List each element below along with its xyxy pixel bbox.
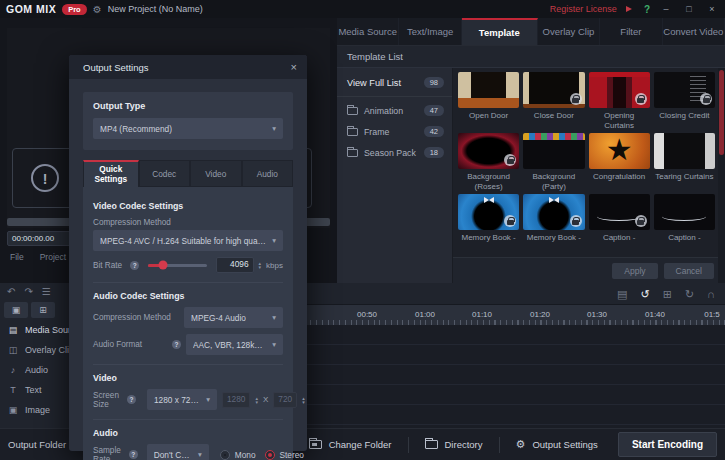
bitrate-value[interactable]: 4096 [216,257,254,273]
tab-overlay-clip[interactable]: Overlay Clip [538,18,600,45]
tab-filter[interactable]: Filter [600,18,662,45]
snap-icon[interactable]: ∩ [707,288,715,300]
output-type-select[interactable]: MP4 (Recommend) ▾ [93,118,283,139]
tab-codec[interactable]: Codec [139,160,191,187]
template-item[interactable]: Caption - [589,194,650,252]
minimize-button[interactable]: – [659,4,673,14]
tab-video[interactable]: Video [190,160,242,187]
template-thumbnail [523,194,584,230]
project-tab[interactable]: Project [40,252,66,262]
megaphone-icon[interactable] [626,6,635,12]
screen-size-select[interactable]: 1280 x 720 (... ▾ [147,389,217,410]
folder-icon [347,107,358,115]
bitrate-label: Bit Rate [93,261,122,270]
help-circle-icon[interactable]: ? [130,261,139,270]
timecode-display: 00:00:00.00 [7,231,77,246]
scrollbar-thumb[interactable] [719,70,724,155]
close-button[interactable]: × [705,4,719,14]
tab-audio[interactable]: Audio [242,160,294,187]
template-item[interactable]: Opening Curtains [589,72,650,130]
mono-radio[interactable] [220,450,230,460]
template-thumbnail [458,72,519,108]
chevron-down-icon: ▾ [201,395,210,404]
bitrate-unit: kbps [266,261,283,270]
template-categories: View Full List 98 Animation 47 Frame 42 … [337,68,453,283]
tab-template[interactable]: Template [462,18,538,45]
undo-rotate-icon[interactable]: ↺ [640,288,649,301]
lock-icon [504,215,516,227]
video-compression-select[interactable]: MPEG-4 AVC / H.264 Suitable for high qua… [93,230,283,251]
dialog-title: Output Settings [83,62,148,73]
redo-icon[interactable]: ↷ [24,286,32,297]
template-item[interactable]: Tearing Curtains [654,133,715,191]
audio-compression-select[interactable]: MPEG-4 Audio ▾ [184,307,283,328]
bitrate-stepper[interactable]: ▴▾ [259,261,262,269]
tab-convert-video[interactable]: Convert Video [663,18,725,45]
maximize-button[interactable]: □ [682,4,696,14]
template-thumbnail [654,72,715,108]
template-thumbnail [523,72,584,108]
dialog-close-icon[interactable]: × [291,61,297,73]
help-circle-icon[interactable]: ? [129,450,138,459]
template-grid: Open Door Close Door Opening Curtains Cl… [453,68,725,283]
slider-knob[interactable] [158,261,167,270]
dialog-tabbar: Quick Settings Codec Video Audio [83,160,293,187]
output-folder-label: Output Folder [8,439,66,450]
menu-icon[interactable]: ☰ [42,286,51,297]
start-encoding-button[interactable]: Start Encoding [618,432,717,457]
template-item[interactable]: Background (Roses) [458,133,519,191]
chevron-down-icon: ▾ [267,124,276,133]
template-item[interactable]: ★ Congratulation [589,133,650,191]
stereo-label: Stereo [280,450,304,460]
tab-quick-settings[interactable]: Quick Settings [83,160,139,187]
help-circle-icon[interactable]: ? [172,340,181,349]
add-media-button[interactable]: ▣ [4,302,28,318]
folder-icon [347,149,358,157]
sample-rate-select[interactable]: Don't Chan... ▾ [147,444,209,460]
template-scrollbar[interactable] [718,68,725,283]
change-folder-button[interactable]: Change Folder [293,437,408,453]
file-tab[interactable]: File [10,252,24,262]
template-item[interactable]: Open Door [458,72,519,130]
register-license-link[interactable]: Register License [550,4,617,14]
template-item[interactable]: Closing Credit [654,72,715,130]
directory-button[interactable]: Directory [408,437,499,453]
tab-media-source[interactable]: Media Source [337,18,399,45]
ruler-label: 00:50 [357,310,377,319]
category-frame[interactable]: Frame 42 [337,121,452,142]
media-track-icon: ▤ [7,325,19,335]
template-item[interactable]: Background (Party) [523,133,584,191]
stereo-radio[interactable] [265,450,275,460]
settings-gear-icon[interactable]: ⚙ [93,4,102,15]
add-frame-icon[interactable]: ⊞ [663,288,672,301]
help-icon[interactable]: ? [644,4,650,15]
apply-button[interactable]: Apply [612,263,657,279]
help-circle-icon[interactable]: ? [127,395,136,404]
template-list-header: Template List [337,46,725,68]
quick-settings-content: Video Codec Settings Compression Method … [83,187,293,460]
undo-icon[interactable]: ↶ [7,286,15,297]
audio-format-select[interactable]: AAC, VBR, 128kbps, Quality 30 ▾ [186,334,283,355]
category-view-full-list[interactable]: View Full List 98 [337,72,452,93]
template-item[interactable]: Memory Book - [523,194,584,252]
add-clip-button[interactable]: ⊞ [31,302,55,318]
lock-icon [570,93,582,105]
output-settings-button[interactable]: ⚙ Output Settings [499,437,614,453]
height-field: 720 [273,392,297,408]
category-season-pack[interactable]: Season Pack 18 [337,142,452,163]
bitrate-slider[interactable] [148,264,206,267]
chevron-down-icon: ▾ [193,450,202,459]
tab-text-image[interactable]: Text/Image [399,18,461,45]
template-thumbnail [458,194,519,230]
folder-icon [425,440,438,449]
template-panel-footer: Apply Cancel [453,257,718,283]
add-file-icon[interactable]: ▤ [617,288,627,301]
redo-rotate-icon[interactable]: ↻ [685,288,694,301]
dimension-separator: X [263,395,268,404]
template-item[interactable]: Caption - [654,194,715,252]
ruler-label: 01:10 [472,310,492,319]
cancel-button[interactable]: Cancel [664,263,714,279]
category-animation[interactable]: Animation 47 [337,100,452,121]
template-item[interactable]: Close Door [523,72,584,130]
template-item[interactable]: Memory Book - [458,194,519,252]
